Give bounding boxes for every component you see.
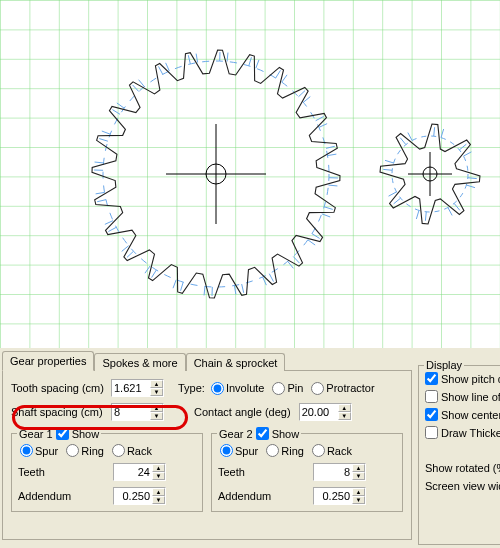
spin-down-icon[interactable]: ▼ — [338, 412, 351, 420]
tab-spokes[interactable]: Spokes & more — [94, 353, 185, 371]
display-group: Display Show pitch d Show line of c Show… — [418, 365, 500, 545]
gear2-show-check[interactable]: Show — [256, 427, 300, 440]
gear2-addendum-input[interactable]: ▲▼ — [313, 487, 366, 505]
tab-bar: Gear properties Spokes & more Chain & sp… — [2, 351, 500, 371]
tooth-spacing-input[interactable]: ▲▼ — [111, 379, 164, 397]
spin-up-icon[interactable]: ▲ — [150, 404, 163, 412]
shaft-spacing-label: Shaft spacing (cm) — [11, 406, 111, 418]
gear2-legend: Gear 2 — [219, 428, 253, 440]
contact-angle-input[interactable]: ▲▼ — [299, 403, 352, 421]
draw-thicker-check[interactable]: Draw Thicker — [425, 426, 500, 439]
tooth-spacing-label: Tooth spacing (cm) — [11, 382, 111, 394]
spin-down-icon[interactable]: ▼ — [150, 388, 163, 396]
gear1-teeth-input[interactable]: ▲▼ — [113, 463, 166, 481]
gear1-ring-radio[interactable]: Ring — [64, 444, 104, 457]
gear1-addendum-input[interactable]: ▲▼ — [113, 487, 166, 505]
gear-canvas — [0, 0, 500, 348]
show-line-check[interactable]: Show line of c — [425, 390, 500, 403]
gear1-addendum-label: Addendum — [18, 490, 113, 502]
gear2-teeth-input[interactable]: ▲▼ — [313, 463, 366, 481]
gear2-rack-radio[interactable]: Rack — [310, 444, 352, 457]
tab-gear-properties[interactable]: Gear properties — [2, 351, 94, 371]
shaft-spacing-input[interactable]: ▲▼ — [111, 403, 164, 421]
gear1-legend: Gear 1 — [19, 428, 53, 440]
gear2-group: Gear 2 Show Spur Ring Rack Teeth ▲▼ Adde… — [211, 433, 403, 512]
spin-down-icon[interactable]: ▼ — [150, 412, 163, 420]
gear2-ring-radio[interactable]: Ring — [264, 444, 304, 457]
tab-body: Tooth spacing (cm) ▲▼ Type: Involute Pin… — [2, 370, 412, 540]
show-center-check[interactable]: Show center — [425, 408, 500, 421]
spin-up-icon[interactable]: ▲ — [150, 380, 163, 388]
gear1-show-check[interactable]: Show — [56, 427, 100, 440]
gear1-group: Gear 1 Show Spur Ring Rack Teeth ▲▼ Adde… — [11, 433, 203, 512]
tab-chain[interactable]: Chain & sprocket — [186, 353, 286, 371]
spin-up-icon[interactable]: ▲ — [338, 404, 351, 412]
type-pin-radio[interactable]: Pin — [270, 382, 303, 395]
contact-angle-label: Contact angle (deg) — [194, 406, 291, 418]
gear1-teeth-label: Teeth — [18, 466, 113, 478]
type-involute-radio[interactable]: Involute — [209, 382, 265, 395]
gear2-spur-radio[interactable]: Spur — [218, 444, 258, 457]
show-rotated-label: Show rotated (% o — [425, 462, 500, 474]
type-protractor-radio[interactable]: Protractor — [309, 382, 374, 395]
show-pitch-check[interactable]: Show pitch d — [425, 372, 500, 385]
gear1-spur-radio[interactable]: Spur — [18, 444, 58, 457]
type-label: Type: — [178, 382, 205, 394]
gear2-addendum-label: Addendum — [218, 490, 313, 502]
gear1-rack-radio[interactable]: Rack — [110, 444, 152, 457]
screen-width-label: Screen view widtl — [425, 480, 500, 492]
gear2-teeth-label: Teeth — [218, 466, 313, 478]
